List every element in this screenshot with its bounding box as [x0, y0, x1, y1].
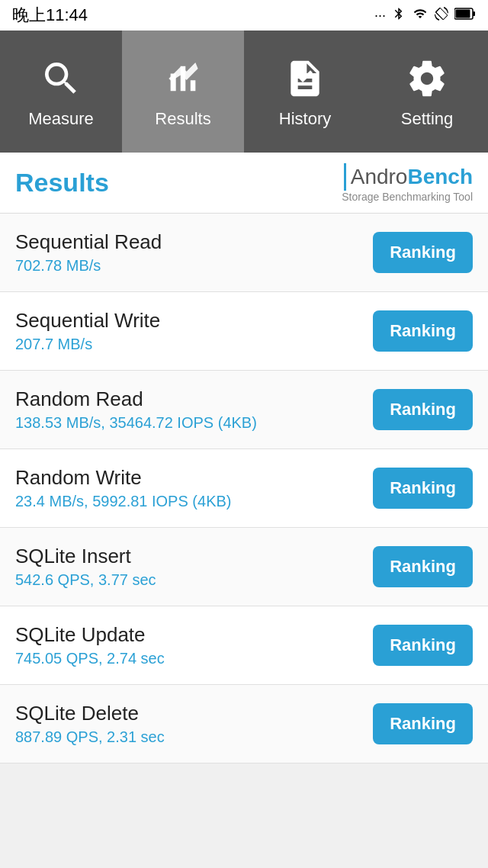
status-time: 晚上11:44 — [12, 4, 88, 27]
result-name: Sequential Write — [15, 309, 373, 333]
result-name: SQLite Insert — [15, 545, 373, 568]
settings-icon — [403, 54, 451, 103]
tab-results-label: Results — [155, 109, 210, 129]
result-info: SQLite Insert542.6 QPS, 3.77 sec — [15, 545, 373, 589]
ranking-button[interactable]: Ranking — [373, 310, 473, 352]
status-bar: 晚上11:44 ··· — [0, 0, 488, 31]
result-item: Sequential Read702.78 MB/sRanking — [0, 214, 488, 292]
result-item: Random Read138.53 MB/s, 35464.72 IOPS (4… — [0, 371, 488, 449]
result-item: SQLite Update745.05 QPS, 2.74 secRanking — [0, 606, 488, 685]
screen-rotation-icon — [435, 7, 448, 24]
ranking-button[interactable]: Ranking — [373, 468, 473, 509]
result-info: Random Read138.53 MB/s, 35464.72 IOPS (4… — [15, 387, 373, 432]
page-header: Results AndroBench Storage Benchmarking … — [0, 153, 488, 214]
result-value: 23.4 MB/s, 5992.81 IOPS (4KB) — [15, 493, 373, 510]
result-value: 542.6 QPS, 3.77 sec — [15, 571, 373, 589]
result-value: 887.89 QPS, 2.31 sec — [15, 728, 373, 746]
result-item: SQLite Delete887.89 QPS, 2.31 secRanking — [0, 685, 488, 764]
history-icon — [281, 54, 329, 103]
tab-measure-label: Measure — [28, 109, 94, 129]
result-name: Random Write — [15, 466, 373, 490]
result-item: Random Write23.4 MB/s, 5992.81 IOPS (4KB… — [0, 449, 488, 528]
tab-history-label: History — [279, 109, 331, 129]
tab-setting-label: Setting — [401, 109, 454, 129]
search-icon — [37, 54, 85, 103]
result-item: Sequential Write207.7 MB/sRanking — [0, 292, 488, 371]
ranking-button[interactable]: Ranking — [373, 703, 473, 744]
bluetooth-icon — [392, 5, 406, 26]
brand-sub: Storage Benchmarking Tool — [342, 191, 473, 203]
tab-bar: Measure Results History Setting — [0, 31, 488, 153]
status-icons: ··· — [374, 5, 476, 26]
result-info: Sequential Read702.78 MB/s — [15, 230, 373, 275]
tab-measure[interactable]: Measure — [0, 31, 122, 153]
brand-logo: AndroBench Storage Benchmarking Tool — [342, 163, 473, 203]
result-name: SQLite Delete — [15, 702, 373, 725]
tab-history[interactable]: History — [244, 31, 366, 153]
ranking-button[interactable]: Ranking — [373, 546, 473, 587]
brand-bench: Bench — [407, 165, 473, 188]
result-value: 138.53 MB/s, 35464.72 IOPS (4KB) — [15, 414, 373, 432]
ranking-button[interactable]: Ranking — [373, 625, 473, 666]
svg-rect-2 — [456, 9, 470, 18]
battery-icon — [454, 8, 476, 24]
tab-setting[interactable]: Setting — [366, 31, 488, 153]
chart-icon — [159, 54, 207, 103]
result-item: SQLite Insert542.6 QPS, 3.77 secRanking — [0, 528, 488, 606]
brand-name: AndroBench — [351, 165, 473, 189]
result-value: 745.05 QPS, 2.74 sec — [15, 650, 373, 667]
result-value: 207.7 MB/s — [15, 336, 373, 353]
results-list: Sequential Read702.78 MB/sRankingSequent… — [0, 214, 488, 764]
result-info: SQLite Delete887.89 QPS, 2.31 sec — [15, 702, 373, 746]
page-title: Results — [15, 168, 109, 198]
ellipsis-icon: ··· — [374, 8, 386, 24]
svg-rect-1 — [473, 11, 475, 16]
result-info: SQLite Update745.05 QPS, 2.74 sec — [15, 623, 373, 667]
brand-andro: Andro — [351, 165, 408, 188]
ranking-button[interactable]: Ranking — [373, 232, 473, 273]
result-name: SQLite Update — [15, 623, 373, 647]
ranking-button[interactable]: Ranking — [373, 389, 473, 430]
result-info: Sequential Write207.7 MB/s — [15, 309, 373, 353]
brand-divider — [344, 163, 346, 191]
result-name: Random Read — [15, 387, 373, 411]
result-info: Random Write23.4 MB/s, 5992.81 IOPS (4KB… — [15, 466, 373, 510]
tab-results[interactable]: Results — [122, 31, 244, 153]
result-name: Sequential Read — [15, 230, 373, 254]
result-value: 702.78 MB/s — [15, 257, 373, 275]
wifi-icon — [412, 7, 429, 24]
